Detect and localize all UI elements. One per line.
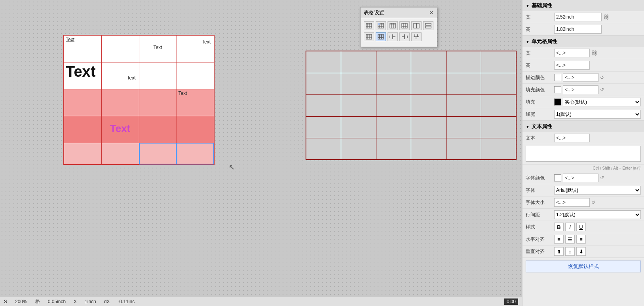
canvas-area[interactable]: 表格设置 ✕ [0,0,522,306]
table-cell[interactable] [446,73,481,94]
font-color-input[interactable] [563,174,598,182]
table-cell[interactable] [376,138,411,160]
border-color-input[interactable] [563,73,598,82]
font-color-refresh[interactable]: ↺ [600,175,604,181]
table-cell[interactable]: Text [139,35,177,62]
cell-props-header[interactable]: ▼ 单元格属性 [522,36,644,47]
table-cell[interactable] [139,116,177,143]
table-cell[interactable] [411,138,446,160]
table-icon-1[interactable] [364,21,374,30]
table-cell[interactable] [64,116,101,143]
dialog-close-button[interactable]: ✕ [429,9,434,16]
cell-height-input[interactable] [554,61,590,70]
table-cell[interactable] [446,138,481,160]
fill-select[interactable]: 实心(默认) [563,98,641,106]
table-cell-selected[interactable] [177,143,214,164]
align-left-button[interactable]: ≡ [554,235,564,244]
table-cell[interactable] [341,94,376,116]
table-cell[interactable]: Text [101,116,139,143]
table-cell[interactable] [341,73,376,94]
table-cell[interactable] [446,116,481,138]
table-icon-5[interactable] [411,21,422,30]
width-input[interactable] [554,13,602,21]
reset-default-button[interactable]: 恢复默认样式 [526,261,641,272]
valign-middle-button[interactable]: ↕ [565,247,575,256]
table-cell[interactable] [101,35,139,62]
left-table[interactable]: Text Text Text [63,35,215,165]
table-cell[interactable] [481,138,517,160]
table-cell[interactable]: Text [177,35,214,62]
basic-props-header[interactable]: ▼ 基础属性 [522,0,644,11]
table-cell[interactable] [177,116,214,143]
cell-lock-icon[interactable]: ⛓ [591,50,597,56]
table-cell[interactable] [306,73,341,94]
table-cell[interactable] [139,62,177,89]
table-cell[interactable] [306,94,341,116]
table-cell[interactable] [306,116,341,138]
valign-top-button[interactable]: ⬆ [554,247,564,256]
table-cell[interactable] [306,138,341,160]
table-icon-8[interactable] [376,32,386,41]
border-color-refresh[interactable]: ↺ [600,75,604,80]
font-color-swatch[interactable] [554,174,561,181]
table-cell[interactable] [341,116,376,138]
border-color-swatch[interactable] [554,74,561,81]
table-cell[interactable] [306,51,341,73]
table-cell[interactable] [446,51,481,73]
font-size-input[interactable] [554,198,590,207]
table-cell[interactable] [376,51,411,73]
table-cell[interactable] [101,89,139,116]
align-right-button[interactable]: ≡ [576,235,586,244]
table-cell[interactable] [101,143,139,164]
table-icon-7[interactable] [364,32,374,41]
font-select[interactable]: Arial(默认) [554,186,641,195]
table-cell[interactable]: Text [64,35,101,62]
table-cell[interactable] [64,143,101,164]
table-cell[interactable] [64,89,101,116]
table-cell[interactable] [481,94,517,116]
table-icon-2[interactable] [376,21,386,30]
table-cell[interactable] [481,51,517,73]
table-cell[interactable] [341,138,376,160]
table-icon-4[interactable] [399,21,410,30]
table-cell[interactable]: Text [101,62,139,89]
table-cell[interactable] [177,62,214,89]
table-cell[interactable] [411,116,446,138]
table-cell[interactable] [411,94,446,116]
table-cell[interactable] [481,116,517,138]
fill-color-input[interactable] [563,85,598,94]
table-cell[interactable]: Text [64,62,101,89]
height-input[interactable] [554,25,602,34]
table-cell[interactable] [376,116,411,138]
underline-button[interactable]: U [576,223,586,231]
fill-color-swatch[interactable] [554,86,561,93]
table-cell[interactable] [411,73,446,94]
cell-width-input[interactable] [554,49,590,57]
table-cell[interactable] [139,89,177,116]
valign-bottom-button[interactable]: ⬇ [576,247,586,256]
right-table[interactable] [306,51,517,160]
text-props-header[interactable]: ▼ 文本属性 [522,121,644,132]
italic-button[interactable]: I [565,223,575,231]
table-cell[interactable] [376,73,411,94]
table-icon-3[interactable] [388,21,398,30]
table-cell[interactable] [481,73,517,94]
table-icon-10[interactable] [399,32,410,41]
text-input[interactable] [554,134,590,142]
table-icon-9[interactable] [388,32,398,41]
table-icon-6[interactable] [423,21,433,30]
text-textarea[interactable] [526,146,641,162]
fill-color-refresh[interactable]: ↺ [600,87,604,93]
table-cell[interactable] [376,94,411,116]
bold-button[interactable]: B [554,223,564,231]
font-size-refresh[interactable]: ↺ [591,200,595,205]
table-icon-11[interactable] [411,32,422,41]
fill-black-swatch[interactable] [554,98,561,106]
line-width-select[interactable]: 1(默认) [554,110,641,119]
table-cell[interactable] [446,94,481,116]
table-cell[interactable]: Text [177,89,214,116]
align-center-button[interactable]: ☰ [565,235,575,244]
table-cell-selected[interactable] [139,143,177,164]
lock-icon[interactable]: ⛓ [603,14,609,20]
table-cell[interactable] [411,51,446,73]
